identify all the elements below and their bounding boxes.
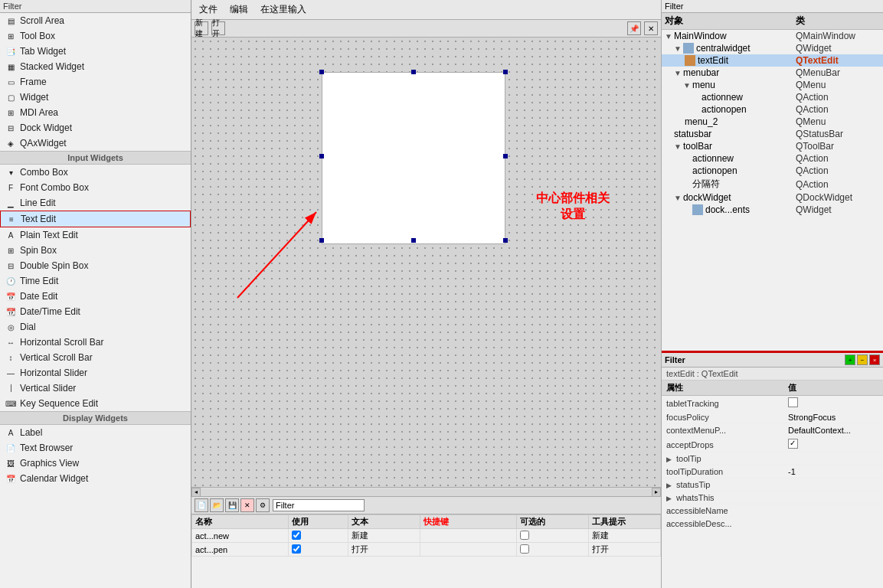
handle-tr[interactable]: [503, 70, 508, 74]
canvas-widget[interactable]: [322, 72, 505, 244]
cell-use[interactable]: [288, 543, 348, 557]
handle-bc[interactable]: [411, 238, 416, 243]
menu-file[interactable]: 文件: [196, 2, 221, 18]
sidebar-item-tab-widget[interactable]: 📑 Tab Widget: [0, 44, 191, 59]
handle-ml[interactable]: [319, 154, 324, 158]
tree-node-class: QWidget: [796, 204, 880, 215]
tree-row-actionnew-1[interactable]: actionnew QAction: [662, 91, 883, 103]
sidebar-item-double-spin-box[interactable]: ⊟ Double Spin Box: [0, 258, 191, 273]
sidebar-item-dial[interactable]: ◎ Dial: [0, 319, 191, 335]
sidebar-item-mdi-area[interactable]: ⊞ MDI Area: [0, 105, 191, 120]
ctrl-minus-btn[interactable]: −: [857, 354, 868, 365]
bottom-delete-icon[interactable]: ✕: [240, 498, 254, 512]
sidebar-item-key-sequence-edit[interactable]: ⌨ Key Sequence Edit: [0, 396, 191, 411]
filter-label: Filter: [3, 2, 21, 11]
sidebar-item-label: Date Edit: [20, 291, 57, 302]
cell-optional[interactable]: [516, 543, 588, 557]
prop-value[interactable]: [783, 396, 883, 410]
handle-bl[interactable]: [319, 238, 324, 243]
sidebar-item-label[interactable]: A Label: [0, 425, 191, 440]
tree-row-statusbar[interactable]: statusbar QStatusBar: [662, 128, 883, 140]
menu-edit[interactable]: 编辑: [227, 2, 251, 18]
prop-checkbox-checked[interactable]: [788, 439, 798, 449]
tree-row-textedit[interactable]: textEdit QTextEdit: [662, 54, 883, 67]
prop-value: StrongFocus: [783, 411, 883, 423]
properties-subtitle: textEdit : QTextEdit: [662, 368, 883, 381]
sidebar-item-time-edit[interactable]: 🕐 Time Edit: [0, 273, 191, 289]
prop-checkbox[interactable]: [788, 397, 798, 407]
tree-row-menu2[interactable]: menu_2 QMenu: [662, 116, 883, 128]
design-canvas[interactable]: 中心部件相关设置: [191, 38, 661, 487]
ctrl-close-btn[interactable]: ×: [869, 354, 880, 365]
col-header-optional: 可选的: [516, 515, 588, 529]
scroll-left-btn[interactable]: ◂: [191, 488, 201, 497]
scroll-track[interactable]: [201, 488, 652, 496]
bottom-save-icon[interactable]: 💾: [225, 498, 239, 512]
tree-row-mainwindow[interactable]: ▼ MainWindow QMainWindow: [662, 30, 883, 42]
bottom-new-icon[interactable]: 📄: [195, 498, 208, 512]
sidebar-item-label: Calendar Widget: [20, 473, 88, 484]
tree-row-dockents[interactable]: dock...ents QWidget: [662, 204, 883, 216]
bottom-filter-bar: 📄 📂 💾 ✕ ⚙: [191, 497, 661, 514]
tree-row-actionopen-1[interactable]: actionopen QAction: [662, 103, 883, 116]
bottom-settings-icon[interactable]: ⚙: [256, 498, 270, 512]
sidebar-item-dock-widget[interactable]: ⊟ Dock Widget: [0, 120, 191, 136]
sidebar-item-font-combo-box[interactable]: F Font Combo Box: [0, 180, 191, 195]
sidebar-item-graphics-view[interactable]: 🖼 Graphics View: [0, 456, 191, 471]
tree-row-menubar[interactable]: ▼ menubar QMenuBar: [662, 67, 883, 79]
sidebar-item-vertical-scroll-bar[interactable]: ↕ Vertical Scroll Bar: [0, 350, 191, 365]
key-seq-icon: ⌨: [5, 397, 17, 410]
handle-tl[interactable]: [319, 70, 324, 74]
sidebar-item-datetime-edit[interactable]: 📆 Date/Time Edit: [0, 304, 191, 319]
new-button[interactable]: 新建: [195, 21, 208, 35]
sidebar-item-horizontal-slider[interactable]: — Horizontal Slider: [0, 365, 191, 381]
tree-row-dockwidget[interactable]: ▼ dockWidget QDockWidget: [662, 191, 883, 204]
tree-row-menu[interactable]: ▼ menu QMenu: [662, 79, 883, 91]
sidebar-item-horizontal-scroll-bar[interactable]: ↔ Horizontal Scroll Bar: [0, 335, 191, 350]
sidebar-item-text-browser[interactable]: 📄 Text Browser: [0, 440, 191, 456]
prop-value: [783, 496, 883, 499]
ctrl-plus-btn[interactable]: +: [845, 354, 855, 365]
sidebar-item-date-edit[interactable]: 📅 Date Edit: [0, 289, 191, 304]
sidebar-item-stacked-widget[interactable]: ▦ Stacked Widget: [0, 59, 191, 74]
right-panel: Filter 对象 类 ▼ MainWindow QMainWindow ▼ c…: [661, 0, 883, 588]
sidebar-item-frame[interactable]: ▭ Frame: [0, 74, 191, 90]
pin-button[interactable]: 📌: [627, 21, 641, 35]
sidebar-item-vertical-slider[interactable]: ⏐ Vertical Slider: [0, 381, 191, 396]
bottom-filter-input[interactable]: [273, 499, 365, 511]
sidebar-item-qaxwidget[interactable]: ◈ QAxWidget: [0, 136, 191, 151]
tree-col-object: 对象: [665, 15, 796, 28]
handle-tc[interactable]: [411, 70, 416, 74]
prop-row-focuspolicy: focusPolicy StrongFocus: [662, 411, 883, 424]
handle-mr[interactable]: [503, 154, 508, 158]
sidebar-item-scroll-area[interactable]: ▤ Scroll Area: [0, 13, 191, 28]
tree-node-label: menu: [692, 80, 796, 90]
sidebar-item-plain-text-edit[interactable]: A Plain Text Edit: [0, 227, 191, 243]
sidebar-item-label: Line Edit: [20, 198, 56, 208]
cell-optional[interactable]: [516, 529, 588, 543]
sidebar-item-combo-box[interactable]: ▾ Combo Box: [0, 165, 191, 180]
tree-row-centralwidget[interactable]: ▼ centralwidget QWidget: [662, 42, 883, 54]
menu-input[interactable]: 在这里输入: [257, 2, 309, 18]
hscrollbar-icon: ↔: [5, 336, 17, 348]
bottom-open-icon[interactable]: 📂: [210, 498, 224, 512]
frame-icon: ▭: [5, 76, 17, 88]
sidebar-item-calendar-widget[interactable]: 📅 Calendar Widget: [0, 471, 191, 486]
sidebar-item-widget[interactable]: ▢ Widget: [0, 90, 191, 105]
tree-row-actionopen-2[interactable]: actionopen QAction: [662, 165, 883, 177]
prop-name: tabletTracking: [662, 397, 783, 410]
tree-row-actionnew-2[interactable]: actionnew QAction: [662, 152, 883, 165]
center-hscroll[interactable]: ◂ ▸: [191, 487, 661, 496]
tree-row-toolbar[interactable]: ▼ toolBar QToolBar: [662, 140, 883, 152]
sidebar-item-line-edit[interactable]: ▁ Line Edit: [0, 195, 191, 211]
tree-row-separator[interactable]: 分隔符 QAction: [662, 177, 883, 191]
prop-value[interactable]: [783, 437, 883, 452]
sidebar-item-tool-box[interactable]: ⊞ Tool Box: [0, 28, 191, 44]
close-button[interactable]: ✕: [644, 21, 658, 35]
open-button[interactable]: 打开: [211, 21, 225, 35]
cell-use[interactable]: [288, 529, 348, 543]
scroll-right-btn[interactable]: ▸: [652, 488, 661, 497]
sidebar-item-text-edit[interactable]: ≡ Text Edit: [0, 211, 191, 227]
sidebar-item-spin-box[interactable]: ⊞ Spin Box: [0, 243, 191, 258]
handle-br[interactable]: [503, 238, 508, 243]
